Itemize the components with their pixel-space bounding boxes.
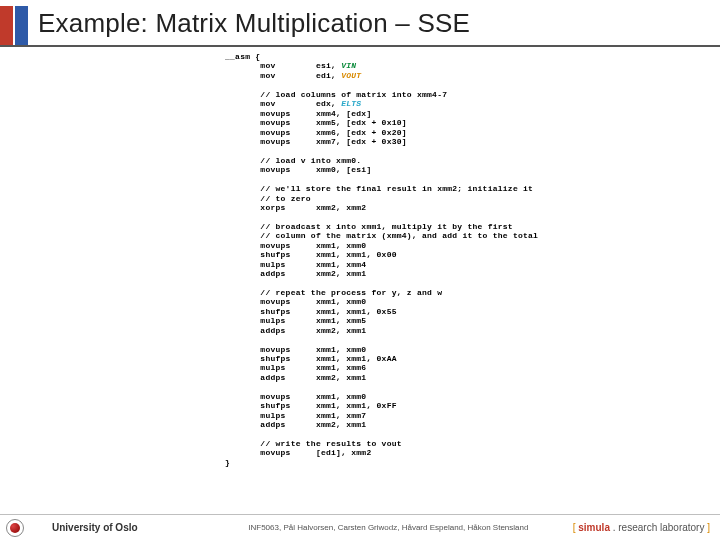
accent-bar-blue	[15, 6, 28, 45]
asm-listing: __asm { mov esi, VIN mov edi, VOUT // lo…	[225, 52, 538, 467]
code-block: __asm { mov esi, VIN mov edi, VOUT // lo…	[225, 52, 538, 467]
title-rule	[0, 45, 720, 47]
lab-text: . research laboratory	[610, 522, 707, 533]
footer: University of Oslo INF5063, Pål Halvorse…	[0, 514, 720, 540]
title-bar: Example: Matrix Multiplication – SSE	[0, 0, 720, 45]
slide-title: Example: Matrix Multiplication – SSE	[28, 6, 470, 45]
simula-brand: simula	[578, 522, 610, 533]
keyword-vin: VIN	[341, 61, 356, 70]
footer-lab: [ simula . research laboratory ]	[573, 522, 720, 533]
footer-university: University of Oslo	[24, 522, 204, 533]
accent-bar-red	[0, 6, 13, 45]
keyword-elts: ELTS	[341, 99, 361, 108]
slide: Example: Matrix Multiplication – SSE __a…	[0, 0, 720, 540]
university-logo-icon	[6, 519, 24, 537]
bracket-close: ]	[707, 522, 710, 533]
footer-credits: INF5063, Pål Halvorsen, Carsten Griwodz,…	[204, 523, 573, 532]
keyword-vout: VOUT	[341, 71, 361, 80]
